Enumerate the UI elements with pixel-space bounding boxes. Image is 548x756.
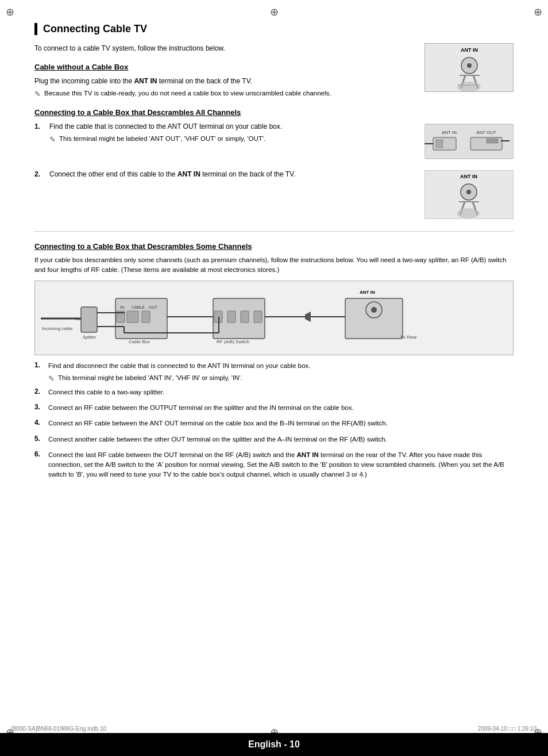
- note-icon-3: ✎: [48, 373, 55, 385]
- s3-step-3: 3. Connect an RF cable between the OUTPU…: [34, 403, 514, 416]
- section3-title: Connecting to a Cable Box that Descrambl…: [34, 242, 514, 251]
- section1-text: Plug the incoming cable into the ANT IN …: [34, 76, 415, 86]
- section2-step2: 2. Connect the other end of this cable t…: [34, 170, 415, 178]
- svg-text:ANT IN: ANT IN: [461, 47, 478, 53]
- section2-step2-text-col: 2. Connect the other end of this cable t…: [34, 170, 415, 182]
- section2-step2-row: 2. Connect the other end of this cable t…: [34, 170, 514, 221]
- s3-step1-text: Find and disconnect the cable that is co…: [48, 362, 310, 369]
- svg-rect-47: [241, 311, 249, 323]
- footer-left-meta: [8000-SA]BN68-01988G-Eng.indb 10: [11, 726, 106, 732]
- note-icon-2: ✎: [49, 134, 56, 145]
- step2-content: Connect the other end of this cable to t…: [49, 170, 415, 178]
- intro-text-col: To connect to a cable TV system, follow …: [34, 43, 415, 100]
- svg-rect-46: [227, 311, 236, 323]
- svg-point-25: [457, 208, 480, 218]
- svg-text:CABLE: CABLE: [132, 305, 145, 309]
- diagram-decorations-1: ANT IN: [425, 44, 513, 91]
- corner-mark-tl: ⊕: [6, 6, 14, 18]
- ant-in-diagram-2: ANT IN: [424, 170, 514, 221]
- s3-step1-note-text: This terminal might be labeled 'ANT IN',…: [58, 373, 242, 383]
- s3-step-5: 5. Connect another cable between the oth…: [34, 435, 514, 447]
- svg-text:Incoming cable: Incoming cable: [42, 326, 73, 331]
- svg-text:OUT: OUT: [149, 305, 158, 309]
- s3-step6-num: 6.: [34, 450, 45, 483]
- svg-rect-15: [487, 139, 498, 143]
- s3-step-2: 2. Connect this cable to a two-way split…: [34, 387, 514, 400]
- s3-step5-text: Connect another cable between the other …: [48, 435, 387, 444]
- svg-point-59: [371, 307, 377, 313]
- section-title: Connecting Cable TV: [34, 23, 514, 35]
- svg-text:TV Rear: TV Rear: [400, 335, 417, 340]
- s3-step1-content: Find and disconnect the cable that is co…: [48, 361, 310, 385]
- step1-note-text: This terminal might be labeled 'ANT OUT'…: [59, 134, 265, 144]
- s3-step-6: 6. Connect the last RF cable between the…: [34, 450, 514, 483]
- footer-page-label: English - 10: [248, 739, 300, 750]
- s3-step5-num: 5.: [34, 435, 45, 447]
- section2-step1-row: 1. Find the cable that is connected to t…: [34, 121, 514, 163]
- s3-step4-text: Connect an RF cable between the ANT OUT …: [48, 419, 388, 428]
- step1-note: ✎ This terminal might be labeled 'ANT OU…: [49, 134, 415, 145]
- svg-text:Cable Box: Cable Box: [129, 339, 150, 344]
- s3-step4-num: 4.: [34, 419, 45, 431]
- section-divider: [34, 231, 514, 232]
- step2-text: Connect the other end of this cable to t…: [49, 170, 295, 178]
- svg-point-3: [467, 63, 472, 68]
- s3-step2-text: Connect this cable to a two-way splitter…: [48, 387, 164, 397]
- intro-paragraph: To connect to a cable TV system, follow …: [34, 43, 415, 53]
- svg-rect-39: [127, 311, 138, 323]
- cable-box-diagram-img: ANT IN ANT OUT: [424, 121, 514, 163]
- step1-num: 1.: [34, 121, 45, 132]
- footer-bar: English - 10: [0, 733, 548, 756]
- section1-note-text: Because this TV is cable-ready, you do n…: [44, 89, 331, 98]
- corner-mark-tr: ⊕: [534, 6, 542, 18]
- step2-num: 2.: [34, 170, 45, 178]
- diagram-svg-1: ANT IN: [425, 44, 514, 92]
- ant-in-image-1: ANT IN ✏ ANT IN: [424, 43, 514, 92]
- svg-point-21: [466, 190, 471, 194]
- section2-title: Connecting to a Cable Box that Descrambl…: [34, 108, 514, 117]
- ant-in-diagram-1: ANT IN ✏ ANT IN: [424, 43, 514, 92]
- section1-note: ✎ Because this TV is cable-ready, you do…: [34, 89, 415, 100]
- section3-steps-container: 1. Find and disconnect the cable that is…: [34, 361, 514, 483]
- large-diagram-svg: Incoming cable Splitter Cable Box IN CAB…: [34, 281, 514, 355]
- svg-rect-40: [142, 311, 150, 323]
- intro-section: To connect to a cable TV system, follow …: [34, 43, 514, 100]
- svg-text:ANT IN: ANT IN: [460, 174, 477, 179]
- page: ⊕ ⊕ ⊕ ⊕ ⊕ ⊕ Connecting Cable TV To conne…: [0, 0, 548, 756]
- svg-point-7: [457, 82, 480, 92]
- svg-marker-54: [305, 312, 311, 322]
- s3-step3-text: Connect an RF cable between the OUTPUT t…: [48, 403, 354, 413]
- section2-step1: 1. Find the cable that is connected to t…: [34, 121, 415, 145]
- step1-text: Find the cable that is connected to the …: [49, 122, 282, 131]
- svg-rect-48: [254, 311, 262, 323]
- svg-text:IN: IN: [120, 305, 124, 309]
- s3-step-4: 4. Connect an RF cable between the ANT O…: [34, 419, 514, 431]
- svg-text:RF (A/B) Switch: RF (A/B) Switch: [217, 339, 249, 344]
- s3-step1-num: 1.: [34, 361, 45, 385]
- section2-steps: 1. Find the cable that is connected to t…: [34, 121, 415, 145]
- svg-text:Splitter: Splitter: [83, 335, 97, 340]
- s3-step1-note: ✎ This terminal might be labeled 'ANT IN…: [48, 373, 310, 385]
- top-center-mark: ⊕: [270, 6, 279, 18]
- s3-step6-content: Connect the last RF cable between the OU…: [48, 450, 514, 480]
- svg-rect-28: [81, 307, 97, 332]
- bottom-meta: [8000-SA]BN68-01988G-Eng.indb 10 2009-04…: [11, 726, 537, 732]
- section3-intro: If your cable box descrambles only some …: [34, 255, 514, 275]
- large-diagram-wrapper: Incoming cable Splitter Cable Box IN CAB…: [34, 281, 514, 355]
- svg-text:ANT OUT: ANT OUT: [476, 130, 496, 135]
- svg-rect-13: [436, 140, 443, 148]
- step1-content: Find the cable that is connected to the …: [49, 121, 415, 145]
- cable-box-svg: ANT IN ANT OUT: [424, 121, 514, 162]
- s3-step3-num: 3.: [34, 403, 45, 416]
- section2-step1-text-col: 1. Find the cable that is connected to t…: [34, 121, 415, 151]
- svg-text:ANT IN: ANT IN: [360, 290, 375, 295]
- footer-right-meta: 2009-04-10 □□ 1:26:10: [478, 726, 537, 732]
- section1-title: Cable without a Cable Box: [34, 63, 415, 71]
- s3-step2-num: 2.: [34, 387, 45, 400]
- svg-text:ANT IN: ANT IN: [442, 130, 457, 135]
- note-icon-1: ✎: [34, 89, 41, 100]
- ant-in-svg-2: ANT IN: [424, 170, 514, 219]
- s3-step-1: 1. Find and disconnect the cable that is…: [34, 361, 514, 385]
